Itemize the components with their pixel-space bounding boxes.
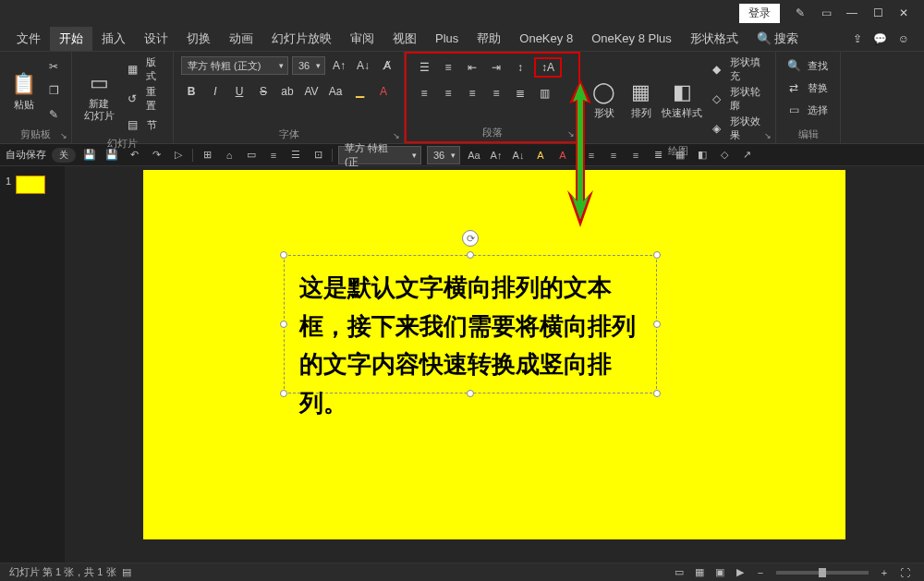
zoom-in-button[interactable]: + [874,567,894,578]
autosave-toggle[interactable]: 关 [52,148,76,163]
indent-decrease-icon[interactable]: ⇤ [462,57,482,78]
resize-handle[interactable] [280,321,287,328]
zoom-out-button[interactable]: − [750,567,771,578]
line-spacing-icon[interactable]: ↕ [510,57,530,78]
case-button[interactable]: Aa [325,81,346,102]
qat-icon[interactable]: ≡ [265,150,282,161]
shapes-button[interactable]: ◯ 形状 [588,67,621,130]
indent-increase-icon[interactable]: ⇥ [486,57,506,78]
rotate-handle-icon[interactable]: ⟳ [462,230,479,247]
notes-icon[interactable]: ▤ [116,566,137,578]
view-reading-icon[interactable]: ▣ [710,566,730,578]
slideshow-icon[interactable]: ▷ [170,149,187,161]
textbox[interactable]: ⟳ 这是默认文字横向排列的文本框，接下来我们需要将横向排列的文字内容快速转换成竖… [284,255,657,393]
qat-highlight-icon[interactable]: A [532,150,549,161]
strike-button[interactable]: S [253,81,274,102]
replace-button[interactable]: ⇄替换 [784,78,828,98]
tab-transition[interactable]: 切换 [177,27,220,51]
font-name-select[interactable]: 苹方 特粗 (正文) [181,56,288,75]
zoom-thumb[interactable] [819,568,826,577]
tab-insert[interactable]: 插入 [92,27,135,51]
qat-size-select[interactable]: 36 [427,146,460,164]
ribbon-options-icon[interactable]: ▭ [813,6,839,19]
numbering-icon[interactable]: ≡ [438,57,458,78]
tab-view[interactable]: 视图 [383,27,426,51]
distribute-icon[interactable]: ≣ [510,83,530,103]
columns-icon[interactable]: ▥ [534,83,554,103]
paste-button[interactable]: 📋 粘贴 [7,59,40,122]
fit-window-icon[interactable]: ⛶ [894,567,915,578]
qat-icon[interactable]: ☰ [287,149,304,161]
shape-outline-button[interactable]: ◇形状轮廓 [707,85,768,113]
slide-canvas[interactable]: ⟳ 这是默认文字横向排列的文本框，接下来我们需要将横向排列的文字内容快速转换成竖… [65,166,924,563]
tab-shape-format[interactable]: 形状格式 [681,27,748,51]
tab-onekey8plus[interactable]: OneKey 8 Plus [582,28,681,49]
qat-icon[interactable]: ▭ [243,149,260,161]
italic-button[interactable]: I [205,81,225,102]
resize-handle[interactable] [280,390,287,397]
copy-icon[interactable]: ❐ [43,80,64,101]
bold-button[interactable]: B [181,81,201,102]
find-button[interactable]: 🔍查找 [784,55,828,76]
section-icon[interactable]: ▤ [123,115,143,135]
resize-handle[interactable] [653,390,661,397]
tab-review[interactable]: 审阅 [341,27,383,51]
tab-onekey8[interactable]: OneKey 8 [510,28,582,49]
qat-case-icon[interactable]: Aa [466,150,482,161]
layout-icon[interactable]: ▦ [123,59,142,79]
paragraph-expand-icon[interactable]: ↘ [567,129,575,139]
qat-icon[interactable]: ⊞ [199,149,215,161]
tab-help[interactable]: 帮助 [468,27,510,51]
view-normal-icon[interactable]: ▭ [669,566,689,578]
slide[interactable]: ⟳ 这是默认文字横向排列的文本框，接下来我们需要将横向排列的文字内容快速转换成竖… [143,170,845,539]
resize-handle[interactable] [653,251,661,259]
resize-handle[interactable] [653,321,661,328]
shrink-font-icon[interactable]: A↓ [353,55,373,76]
comments-icon[interactable]: 💬 [873,32,887,45]
tab-home[interactable]: 开始 [50,27,92,51]
format-painter-icon[interactable]: ✎ [43,104,64,125]
drawing-expand-icon[interactable]: ↘ [764,131,772,140]
share-icon[interactable]: ⇪ [853,32,862,45]
align-center-icon[interactable]: ≡ [438,83,458,103]
tab-slideshow[interactable]: 幻灯片放映 [262,27,341,51]
tab-animation[interactable]: 动画 [220,27,262,51]
reset-icon[interactable]: ↺ [123,89,142,109]
tab-file[interactable]: 文件 [7,27,50,51]
resize-handle[interactable] [467,251,474,259]
maximize-icon[interactable]: ☐ [865,6,891,19]
spacing-button[interactable]: AV [301,81,322,102]
justify-icon[interactable]: ≡ [486,83,506,103]
qat-grow-icon[interactable]: A↑ [488,150,505,161]
slide-thumbnail-1[interactable] [16,176,45,194]
arrange-button[interactable]: ▦ 排列 [625,67,658,130]
underline-button[interactable]: U [229,81,249,102]
view-slideshow-icon[interactable]: ▶ [730,566,750,578]
align-right-icon[interactable]: ≡ [462,83,482,103]
clear-format-icon[interactable]: A̸ [377,55,397,76]
paint-format-icon[interactable]: ✎ [787,6,813,19]
font-color-icon[interactable]: A [373,81,394,102]
login-button[interactable]: 登录 [739,4,780,23]
qat-icon[interactable]: ⌂ [221,150,237,161]
textbox-text[interactable]: 这是默认文字横向排列的文本框，接下来我们需要将横向排列的文字内容快速转换成竖向排… [285,256,656,435]
text-direction-button[interactable]: ↕A [534,57,562,78]
resize-handle[interactable] [280,251,287,259]
view-sorter-icon[interactable]: ▦ [689,566,710,578]
new-slide-button[interactable]: ▭ 新建 幻灯片 [79,64,119,127]
highlight-icon[interactable]: ▁ [349,81,370,102]
qat-icon[interactable]: ⊡ [310,149,326,161]
shape-effects-button[interactable]: ◈形状效果 [707,115,768,142]
bullets-icon[interactable]: ☰ [414,57,434,78]
shape-fill-button[interactable]: ◆形状填充 [707,55,768,83]
shadow-button[interactable]: ab [277,81,298,102]
tab-plus[interactable]: Plus [426,28,468,49]
select-button[interactable]: ▭选择 [784,100,828,120]
cut-icon[interactable]: ✂ [43,56,64,77]
close-icon[interactable]: ✕ [891,6,917,19]
quick-styles-button[interactable]: ◧ 快速样式 [662,67,703,130]
qat-shrink-icon[interactable]: A↓ [510,150,527,161]
tab-search[interactable]: 🔍 搜索 [748,27,808,51]
align-left-icon[interactable]: ≡ [414,83,434,103]
zoom-slider[interactable] [776,571,869,575]
